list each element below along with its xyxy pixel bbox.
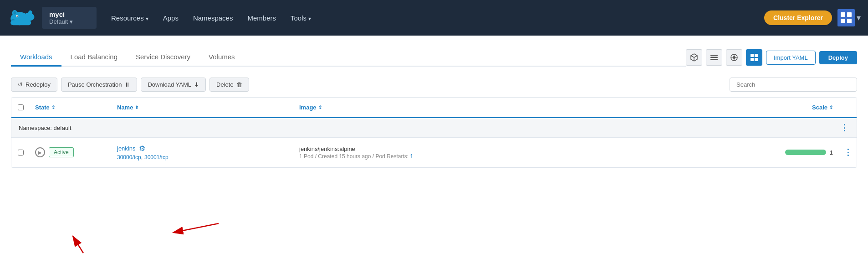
svg-point-3 (28, 10, 32, 16)
scale-bar (785, 150, 826, 155)
row-menu-button[interactable]: ⋮ (844, 147, 851, 157)
nav-members[interactable]: Members (242, 10, 281, 26)
workloads-table: State ⇕ Name ⇕ Image ⇕ Scale ⇕ Namespace… (11, 97, 857, 168)
table-header: State ⇕ Name ⇕ Image ⇕ Scale ⇕ (11, 98, 857, 118)
image-name: jenkins/jenkins:alpine (299, 145, 769, 152)
scale-number: 1 (830, 149, 833, 156)
tab-actions: Import YAML Deploy (686, 45, 857, 70)
tab-service-discovery[interactable]: Service Discovery (127, 48, 199, 67)
pod-restarts-link[interactable]: 1 (410, 153, 413, 160)
sort-icon: ⇕ (51, 105, 55, 110)
sort-icon: ⇕ (829, 105, 833, 110)
navbar-right: Cluster Explorer ▾ (764, 9, 861, 26)
search-container (730, 78, 857, 92)
avatar-icon (837, 9, 855, 26)
namespace-label: Namespace: default (19, 124, 71, 131)
view-grid-button[interactable] (746, 49, 762, 66)
namespace-menu-button[interactable]: ⋮ (840, 123, 849, 133)
cluster-explorer-button[interactable]: Cluster Explorer (764, 10, 832, 25)
sort-icon: ⇕ (318, 105, 322, 110)
th-name[interactable]: Name ⇕ (112, 102, 294, 113)
pause-icon: ⏸ (124, 81, 130, 88)
svg-rect-22 (751, 58, 754, 61)
jenkins-link[interactable]: jenkins (117, 145, 135, 152)
row-scale-cell: 1 (775, 147, 838, 158)
redeploy-icon: ↺ (18, 81, 23, 88)
th-image[interactable]: Image ⇕ (294, 102, 775, 113)
chevron-down-icon (146, 14, 148, 22)
view-cube-button[interactable] (686, 49, 702, 66)
row-image-cell: jenkins/jenkins:alpine 1 Pod / Created 1… (294, 144, 775, 161)
row-checkbox[interactable] (18, 150, 24, 156)
svg-rect-20 (751, 54, 754, 57)
nav-apps[interactable]: Apps (158, 10, 184, 26)
tab-load-balancing[interactable]: Load Balancing (61, 48, 127, 67)
image-meta: 1 Pod / Created 15 hours ago / Pod Resta… (299, 153, 769, 160)
tab-workloads[interactable]: Workloads (11, 48, 61, 67)
scale-indicator: 1 (785, 149, 833, 156)
svg-rect-12 (847, 19, 852, 23)
nav-links: Resources Apps Namespaces Members Tools (106, 10, 764, 26)
select-all-checkbox-cell[interactable] (11, 102, 30, 113)
svg-rect-23 (755, 58, 758, 61)
pause-orchestration-button[interactable]: Pause Orchestration ⏸ (61, 78, 138, 92)
namespace-row: Namespace: default ⋮ (11, 118, 857, 138)
svg-rect-11 (841, 19, 845, 23)
brand-selector[interactable]: myci Default (42, 7, 97, 29)
download-yaml-button[interactable]: Download YAML ⬇ (141, 78, 206, 92)
play-button[interactable]: ▶ (35, 147, 45, 157)
th-scale[interactable]: Scale ⇕ (775, 102, 838, 113)
import-yaml-button[interactable]: Import YAML (766, 51, 816, 65)
svg-rect-21 (755, 54, 758, 57)
user-avatar[interactable]: ▾ (837, 9, 861, 26)
user-menu-chevron[interactable]: ▾ (857, 13, 861, 23)
svg-rect-10 (847, 12, 852, 17)
svg-point-8 (14, 11, 16, 15)
navbar: myci Default Resources Apps Namespaces M… (0, 0, 868, 36)
svg-point-5 (16, 16, 18, 17)
main-content: Workloads Load Balancing Service Discove… (0, 36, 868, 168)
row-name-cell: jenkins ⚙ 30000/tcp, 30001/tcp (112, 142, 294, 162)
deploy-button[interactable]: Deploy (819, 51, 857, 64)
main-tabs: Workloads Load Balancing Service Discove… (11, 48, 686, 67)
status-badge: Active (49, 147, 74, 157)
row-checkbox-cell[interactable] (11, 148, 30, 157)
svg-rect-13 (710, 55, 718, 56)
row-actions-cell[interactable]: ⋮ (838, 145, 857, 159)
svg-rect-9 (841, 12, 845, 17)
nav-namespaces[interactable]: Namespaces (188, 10, 239, 26)
search-input[interactable] (730, 78, 857, 92)
nav-resources[interactable]: Resources (106, 10, 154, 26)
row-state-cell: ▶ Active (30, 145, 112, 159)
trash-icon: 🗑 (236, 81, 242, 88)
brand-env: Default (49, 18, 73, 25)
tab-volumes[interactable]: Volumes (199, 48, 244, 67)
sort-icon: ⇕ (135, 105, 138, 110)
svg-rect-7 (10, 20, 31, 25)
svg-rect-14 (710, 57, 718, 58)
redeploy-button[interactable]: ↺ Redeploy (11, 78, 57, 92)
view-list-button[interactable] (706, 49, 722, 66)
app-logo (7, 7, 40, 29)
port-30001-link[interactable]: 30001/tcp (144, 154, 168, 161)
download-icon: ⬇ (194, 81, 199, 88)
tabs-row: Workloads Load Balancing Service Discove… (11, 45, 857, 70)
brand-name: myci (49, 10, 65, 18)
chevron-down-icon (308, 14, 311, 22)
select-all-checkbox[interactable] (18, 104, 24, 110)
th-state[interactable]: State ⇕ (30, 102, 112, 113)
delete-button[interactable]: Delete 🗑 (209, 78, 249, 92)
nav-tools[interactable]: Tools (285, 10, 317, 26)
port-30000-link[interactable]: 30000/tcp (117, 154, 141, 161)
toolbar: ↺ Redeploy Pause Orchestration ⏸ Downloa… (11, 70, 857, 97)
table-row: ▶ Active jenkins ⚙ 30000/tcp, 30001/tcp … (11, 138, 857, 167)
th-actions (838, 102, 857, 113)
view-pods-button[interactable] (726, 49, 742, 66)
svg-rect-15 (710, 59, 718, 60)
pods-icon: ⚙ (139, 144, 145, 153)
